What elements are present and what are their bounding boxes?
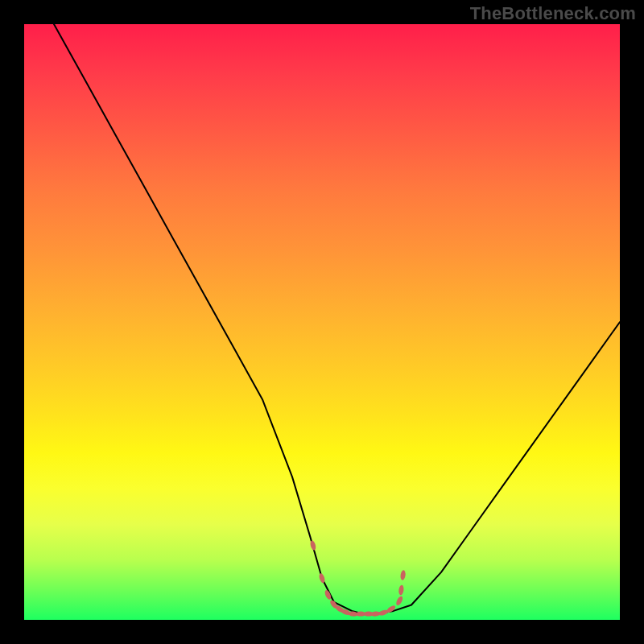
optimal-zone-markers xyxy=(309,540,406,617)
chart-plot-area xyxy=(24,24,620,620)
watermark: TheBottleneck.com xyxy=(470,3,636,24)
marker-dot xyxy=(398,584,405,595)
chart-svg xyxy=(24,24,620,620)
marker-dot xyxy=(395,595,404,606)
marker-dot xyxy=(400,570,406,580)
marker-dot xyxy=(309,540,316,551)
bottleneck-curve xyxy=(54,24,620,614)
